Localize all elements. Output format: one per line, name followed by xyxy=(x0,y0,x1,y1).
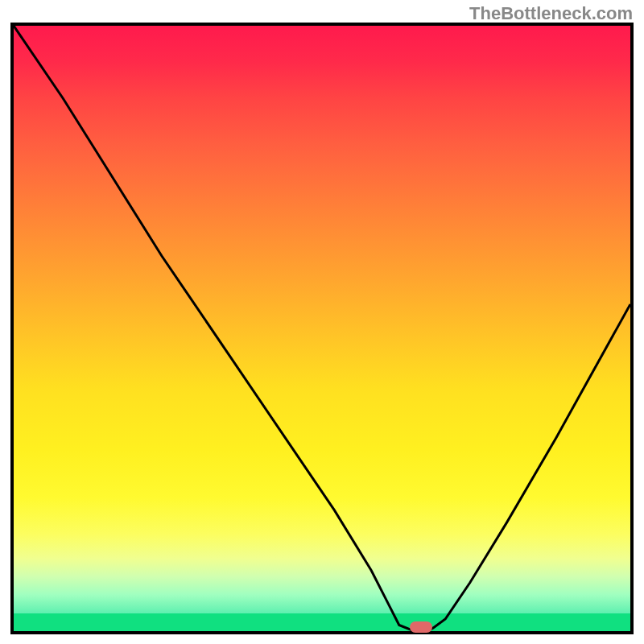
plot-area xyxy=(10,23,634,634)
curve-svg xyxy=(14,26,630,631)
watermark-text: TheBottleneck.com xyxy=(469,3,633,24)
chart-container: TheBottleneck.com xyxy=(0,0,644,644)
bottleneck-curve-line xyxy=(14,26,630,631)
optimal-point-marker xyxy=(410,621,432,633)
